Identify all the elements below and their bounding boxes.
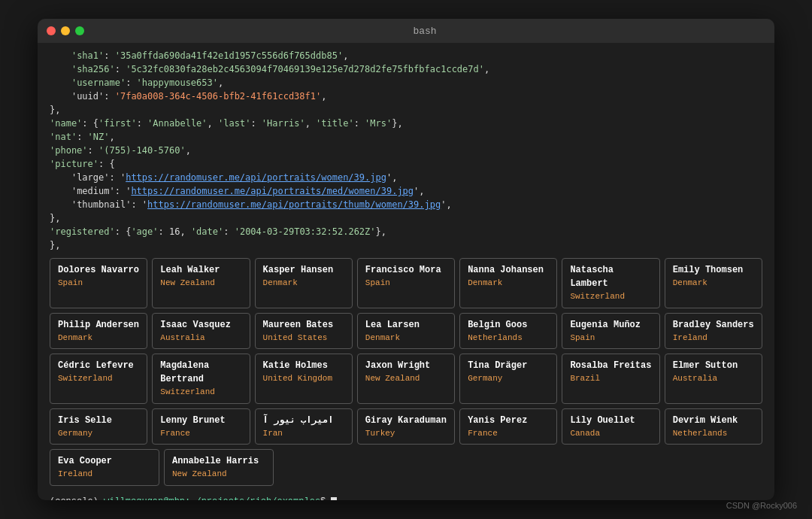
person-card[interactable]: امیراب نیور آIran <box>255 408 353 445</box>
person-name: Dolores Navarro <box>58 263 139 277</box>
person-country: New Zealand <box>160 277 241 290</box>
person-name: Nanna Johansen <box>468 263 549 277</box>
person-name: Leah Walker <box>160 263 241 277</box>
grid-row: Iris SelleGermanyLenny BrunetFranceامیرا… <box>50 408 762 445</box>
person-card[interactable]: Rosalba FreitasBrazil <box>562 354 659 404</box>
person-name: Bradley Sanders <box>673 318 754 332</box>
person-name: Emily Thomsen <box>673 263 754 277</box>
person-country: Denmark <box>468 277 549 290</box>
person-card[interactable]: Maureen BatesUnited States <box>255 313 353 350</box>
close-button[interactable] <box>47 26 56 35</box>
minimize-button[interactable] <box>61 26 70 35</box>
person-country: Switzerland <box>58 372 139 385</box>
person-card[interactable]: Belgin GoosNetherlands <box>459 313 557 350</box>
person-card[interactable]: Jaxon WrightNew Zealand <box>357 354 455 404</box>
person-country: Switzerland <box>570 290 651 303</box>
person-card[interactable]: Francisco MoraSpain <box>357 258 455 308</box>
person-country: Denmark <box>58 332 139 344</box>
grid-row: Dolores NavarroSpainLeah WalkerNew Zeala… <box>50 258 762 308</box>
person-name: Eva Cooper <box>58 454 151 468</box>
person-country: Switzerland <box>160 386 241 399</box>
person-name: Annabelle Harris <box>172 454 265 468</box>
person-name: Philip Andersen <box>58 318 139 332</box>
person-country: Netherlands <box>673 427 754 440</box>
person-name: Yanis Perez <box>468 414 549 427</box>
person-country: Germany <box>468 372 549 385</box>
grid-row: Philip AndersenDenmarkIsaac VasquezAustr… <box>50 313 762 350</box>
prompt-symbol: $ <box>320 496 326 501</box>
person-name: Natascha Lambert <box>570 263 651 290</box>
person-card[interactable]: Kasper HansenDenmark <box>255 258 353 308</box>
person-grid: Dolores NavarroSpainLeah WalkerNew Zeala… <box>50 258 762 486</box>
person-country: Ireland <box>673 332 754 344</box>
watermark: CSDN @Rocky006 <box>726 501 797 510</box>
maximize-button[interactable] <box>75 26 84 35</box>
person-card[interactable]: Yanis PerezFrance <box>459 408 557 445</box>
person-name: Elmer Sutton <box>673 359 754 372</box>
person-card[interactable]: Cédric LefevreSwitzerland <box>50 354 147 404</box>
person-name: Jaxon Wright <box>365 359 447 372</box>
person-card[interactable]: Lenny BrunetFrance <box>152 408 250 445</box>
person-card[interactable]: Lea LarsenDenmark <box>357 313 455 350</box>
person-card[interactable]: Elmer SuttonAustralia <box>665 354 762 404</box>
person-country: Spain <box>570 332 651 344</box>
person-card[interactable]: Tina DrägerGermany <box>459 354 557 404</box>
person-card[interactable]: Emily ThomsenDenmark <box>665 258 762 308</box>
cursor <box>331 497 337 501</box>
person-country: Spain <box>58 277 139 290</box>
person-country: Turkey <box>365 427 447 440</box>
person-name: Eugenia Muñoz <box>570 318 651 332</box>
person-card[interactable]: Magdalena BertrandSwitzerland <box>152 354 250 404</box>
person-country: Denmark <box>673 277 754 290</box>
terminal-window: bash 'sha1': '35a0ffda690da41f42e1d1957c… <box>38 19 774 500</box>
person-card[interactable]: Dolores NavarroSpain <box>50 258 147 308</box>
person-name: Lenny Brunet <box>160 414 241 427</box>
person-card[interactable]: Leah WalkerNew Zealand <box>152 258 250 308</box>
person-country: France <box>468 427 549 440</box>
titlebar: bash <box>38 19 774 43</box>
prompt-path: :~/projects/rich/examples <box>185 496 320 501</box>
person-card[interactable]: Bradley SandersIreland <box>665 313 762 350</box>
person-card[interactable]: Eugenia MuñozSpain <box>562 313 659 350</box>
person-country: France <box>160 427 241 440</box>
person-card[interactable]: Iris SelleGermany <box>50 408 147 445</box>
person-name: Magdalena Bertrand <box>160 359 241 386</box>
person-name: Devrim Wienk <box>673 414 754 427</box>
person-country: Brazil <box>570 372 651 385</box>
person-card[interactable]: Katie HolmesUnited Kingdom <box>255 354 353 404</box>
person-card[interactable]: Isaac VasquezAustralia <box>152 313 250 350</box>
person-country: Germany <box>58 427 139 440</box>
person-name: Belgin Goos <box>468 318 549 332</box>
person-country: Ireland <box>58 468 151 481</box>
person-name: امیراب نیور آ <box>263 414 344 427</box>
person-country: United States <box>263 332 344 344</box>
person-name: Iris Selle <box>58 414 139 427</box>
person-name: Maureen Bates <box>263 318 344 332</box>
person-name: Lily Ouellet <box>570 414 651 427</box>
person-name: Giray Karaduman <box>365 414 447 427</box>
prompt-prefix: (console) <box>50 496 104 501</box>
person-name: Isaac Vasquez <box>160 318 241 332</box>
person-card[interactable]: Devrim WienkNetherlands <box>665 408 762 445</box>
person-card[interactable]: Nanna JohansenDenmark <box>459 258 557 308</box>
person-country: Canada <box>570 427 651 440</box>
person-card[interactable]: Annabelle HarrisNew Zealand <box>164 449 274 486</box>
prompt-line: (console) willmcgugan@mbp:~/projects/ric… <box>50 492 762 501</box>
person-card[interactable]: Lily OuelletCanada <box>562 408 659 445</box>
person-country: Denmark <box>263 277 344 290</box>
prompt-user: willmcgugan@mbp <box>104 496 185 501</box>
person-name: Lea Larsen <box>365 318 447 332</box>
person-name: Kasper Hansen <box>263 263 344 277</box>
person-card[interactable]: Philip AndersenDenmark <box>50 313 147 350</box>
traffic-lights <box>47 26 84 35</box>
person-name: Cédric Lefevre <box>58 359 139 372</box>
person-country: Australia <box>673 372 754 385</box>
grid-row: Cédric LefevreSwitzerlandMagdalena Bertr… <box>50 354 762 404</box>
person-card[interactable]: Giray KaradumanTurkey <box>357 408 455 445</box>
person-card[interactable]: Natascha LambertSwitzerland <box>562 258 659 308</box>
person-country: United Kingdom <box>263 372 344 385</box>
person-card[interactable]: Eva CooperIreland <box>50 449 159 486</box>
person-country: Spain <box>365 277 447 290</box>
code-output: 'sha1': '35a0ffda690da41f42e1d1957c556d6… <box>50 49 762 252</box>
terminal-body: 'sha1': '35a0ffda690da41f42e1d1957c556d6… <box>38 43 774 500</box>
